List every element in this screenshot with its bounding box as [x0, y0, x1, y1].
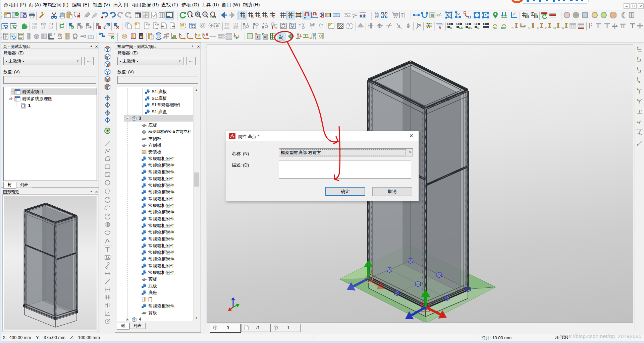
svg-text:D: D: [265, 15, 268, 19]
svg-text:P: P: [545, 26, 547, 29]
svg-text:E: E: [273, 15, 275, 19]
svg-text:NC: NC: [493, 26, 497, 29]
svg-text:S: S: [450, 26, 452, 29]
svg-text:133: 133: [233, 23, 238, 26]
svg-text:C: C: [528, 26, 531, 29]
svg-text:A: A: [439, 26, 441, 29]
svg-text:LC: LC: [459, 26, 463, 29]
svg-text:DXF: DXF: [501, 26, 506, 29]
svg-text:5771: 5771: [88, 35, 94, 38]
svg-text:3+0: 3+0: [32, 22, 37, 26]
svg-text:K: K: [512, 26, 514, 29]
svg-text:BC: BC: [468, 26, 472, 29]
svg-text:333: 333: [224, 26, 229, 29]
svg-text:M: M: [553, 26, 556, 29]
svg-text:1 2: 1 2: [49, 26, 53, 29]
svg-text:B: B: [251, 15, 254, 19]
svg-text:100: 100: [210, 16, 215, 19]
svg-text:D: D: [477, 26, 479, 29]
svg-text:W: W: [561, 26, 565, 29]
svg-text:123: 123: [32, 26, 37, 29]
svg-text:333: 333: [233, 26, 238, 30]
svg-text:A: A: [243, 15, 246, 19]
svg-text:123: 123: [326, 14, 330, 17]
svg-text:S: S: [537, 26, 539, 29]
svg-text:333: 333: [224, 23, 229, 26]
svg-text:1 2: 1 2: [41, 26, 45, 29]
svg-text:C: C: [258, 15, 261, 19]
